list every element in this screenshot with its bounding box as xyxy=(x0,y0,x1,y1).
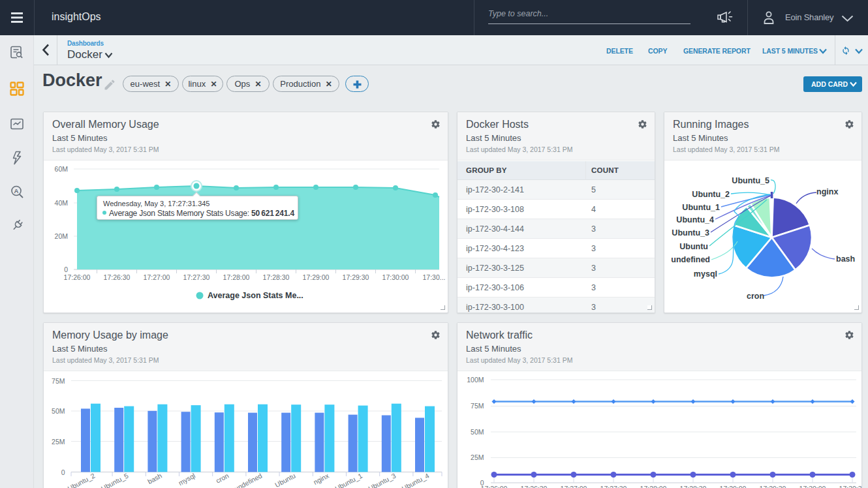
svg-text:17:27:00: 17:27:00 xyxy=(561,485,587,488)
svg-text:bash: bash xyxy=(836,254,855,264)
svg-text:undefined: undefined xyxy=(671,255,710,264)
svg-text:17:29:00: 17:29:00 xyxy=(303,273,330,281)
svg-text:17:29:30: 17:29:30 xyxy=(760,485,786,488)
svg-text:17:26:00: 17:26:00 xyxy=(64,273,91,281)
svg-text:100M: 100M xyxy=(467,376,484,384)
svg-text:mysql: mysql xyxy=(177,472,196,487)
svg-text:17:26:00: 17:26:00 xyxy=(481,485,508,488)
svg-text:Ubuntu_3: Ubuntu_3 xyxy=(367,472,397,488)
svg-text:25M: 25M xyxy=(471,453,484,461)
svg-text:Ubuntu_5: Ubuntu_5 xyxy=(100,472,130,488)
svg-text:Ubuntu_1: Ubuntu_1 xyxy=(682,203,720,212)
svg-text:17:26:30: 17:26:30 xyxy=(521,485,548,488)
svg-text:bash: bash xyxy=(146,472,163,485)
svg-text:mysql: mysql xyxy=(694,269,717,279)
svg-text:17:30:30: 17:30:30 xyxy=(839,485,861,488)
svg-text:17:30...: 17:30... xyxy=(422,273,445,281)
svg-text:A: A xyxy=(14,187,19,194)
svg-text:Ubuntu: Ubuntu xyxy=(273,472,297,488)
svg-text:17:28:30: 17:28:30 xyxy=(263,273,290,281)
svg-text:nginx: nginx xyxy=(816,187,838,196)
svg-text:Ubuntu: Ubuntu xyxy=(679,242,708,251)
svg-text:17:26:30: 17:26:30 xyxy=(104,273,131,281)
svg-text:0: 0 xyxy=(61,468,65,476)
svg-text:17:27:30: 17:27:30 xyxy=(600,485,627,488)
svg-text:Ubuntu_1: Ubuntu_1 xyxy=(333,472,364,488)
svg-text:17:28:30: 17:28:30 xyxy=(680,485,707,488)
svg-text:60M: 60M xyxy=(55,165,68,173)
svg-text:17:28:00: 17:28:00 xyxy=(640,485,667,488)
svg-text:0: 0 xyxy=(64,266,68,273)
svg-text:nginx: nginx xyxy=(312,471,330,486)
svg-text:Ubuntu_2: Ubuntu_2 xyxy=(67,472,97,488)
svg-text:cron: cron xyxy=(747,292,764,301)
svg-text:20M: 20M xyxy=(55,232,68,240)
svg-text:Ubuntu_4: Ubuntu_4 xyxy=(676,215,714,224)
svg-text:Average Json Stats Me...: Average Json Stats Me... xyxy=(208,291,303,300)
svg-text:17:29:30: 17:29:30 xyxy=(343,273,369,281)
svg-text:75M: 75M xyxy=(52,377,65,385)
svg-text:50M: 50M xyxy=(52,407,65,415)
svg-text:17:29:00: 17:29:00 xyxy=(720,485,747,488)
svg-text:undefined: undefined xyxy=(233,472,264,488)
svg-text:17:30:00: 17:30:00 xyxy=(799,485,826,488)
svg-text:cron: cron xyxy=(215,472,230,485)
svg-text:17:28:00: 17:28:00 xyxy=(223,273,250,281)
svg-text:17:30:00: 17:30:00 xyxy=(382,273,409,281)
svg-text:17:27:00: 17:27:00 xyxy=(144,273,170,281)
svg-text:40M: 40M xyxy=(55,199,68,207)
svg-text:Ubuntu_3: Ubuntu_3 xyxy=(672,228,709,237)
svg-text:25M: 25M xyxy=(52,438,65,446)
svg-text:75M: 75M xyxy=(471,402,484,410)
svg-text:50M: 50M xyxy=(471,428,484,436)
svg-text:Ubuntu_5: Ubuntu_5 xyxy=(732,176,769,185)
svg-text:Ubuntu_4: Ubuntu_4 xyxy=(401,472,431,488)
svg-text:17:27:30: 17:27:30 xyxy=(183,273,210,281)
svg-text:Ubuntu_2: Ubuntu_2 xyxy=(692,190,730,199)
